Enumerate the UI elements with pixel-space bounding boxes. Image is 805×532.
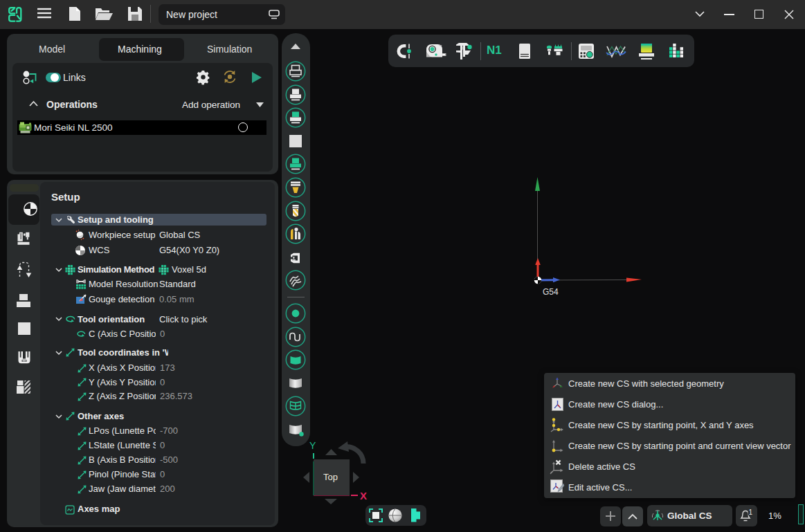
svg-text:1: 1	[749, 508, 753, 516]
svg-text:G54: G54	[543, 287, 559, 297]
